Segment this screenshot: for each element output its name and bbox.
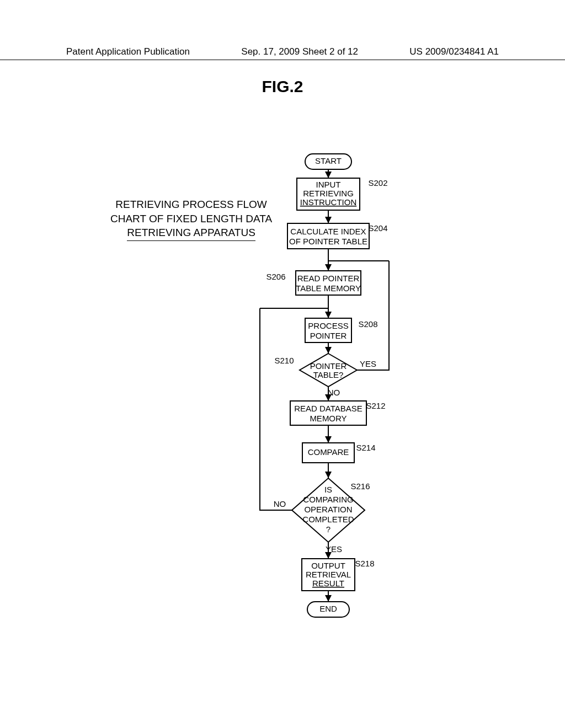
label-s216-no: NO [274,499,286,508]
node-s206: READ POINTER TABLE MEMORY [296,271,361,295]
node-s214: COMPARE [302,443,354,463]
svg-text:OUTPUT: OUTPUT [311,561,345,570]
label-s202: S202 [368,178,387,188]
header-center: Sep. 17, 2009 Sheet 2 of 12 [241,46,358,57]
svg-text:?: ? [326,524,331,534]
svg-text:INPUT: INPUT [316,180,341,189]
label-s208: S208 [358,319,377,329]
svg-text:READ DATABASE: READ DATABASE [294,404,363,413]
node-s212: READ DATABASE MEMORY [290,401,366,425]
svg-text:TABLE?: TABLE? [313,370,344,379]
svg-text:COMPARING: COMPARING [303,495,353,504]
svg-text:COMPARE: COMPARE [308,447,349,457]
svg-text:OPERATION: OPERATION [304,505,352,514]
svg-text:END: END [319,604,337,613]
node-start: START [305,154,351,169]
svg-text:RETRIEVAL: RETRIEVAL [306,570,351,579]
header-right: US 2009/0234841 A1 [409,46,499,57]
svg-text:INSTRUCTION: INSTRUCTION [300,197,357,207]
label-s216: S216 [350,481,370,491]
svg-text:POINTER: POINTER [310,361,347,371]
label-s210-yes: YES [360,359,376,368]
node-end: END [307,602,349,617]
page-header: Patent Application Publication Sep. 17, … [0,46,565,60]
label-s218: S218 [355,559,374,568]
node-s218: OUTPUT RETRIEVAL RESULT [302,559,355,591]
label-s212: S212 [366,401,385,410]
header-left: Patent Application Publication [66,46,190,57]
label-s214: S214 [356,443,375,452]
node-s202: INPUT RETRIEVING INSTRUCTION [297,178,360,210]
svg-text:TABLE MEMORY: TABLE MEMORY [296,283,361,293]
figure-label: FIG.2 [0,77,565,96]
label-s210-no: NO [328,388,340,397]
svg-text:CALCULATE INDEX: CALCULATE INDEX [290,227,366,236]
svg-text:COMPLETED: COMPLETED [302,515,354,524]
svg-text:OF POINTER TABLE: OF POINTER TABLE [289,237,367,246]
label-s204: S204 [368,223,387,233]
svg-text:MEMORY: MEMORY [310,414,347,423]
node-s208: PROCESS POINTER [305,318,351,342]
flowchart-svg: START INPUT RETRIEVING INSTRUCTION S202 … [223,152,433,670]
svg-text:READ POINTER: READ POINTER [297,274,360,283]
svg-text:IS: IS [324,485,332,494]
node-s210: POINTER TABLE? [300,354,357,387]
label-s206: S206 [266,272,285,281]
svg-text:RESULT: RESULT [312,579,344,588]
label-s210: S210 [274,356,294,365]
svg-text:RETRIEVING: RETRIEVING [303,189,354,198]
node-s204: CALCULATE INDEX OF POINTER TABLE [287,223,369,249]
svg-text:START: START [315,156,342,165]
svg-text:PROCESS: PROCESS [308,321,348,330]
svg-text:POINTER: POINTER [310,331,347,340]
